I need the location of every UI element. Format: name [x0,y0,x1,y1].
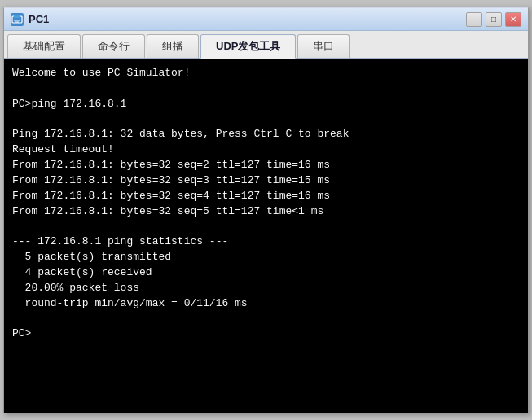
maximize-button[interactable]: □ [486,12,502,27]
window-icon [11,13,24,26]
terminal-area[interactable]: Welcome to use PC Simulator! PC>ping 172… [4,59,528,413]
tab-udp[interactable]: UDP发包工具 [200,34,296,59]
tab-basics[interactable]: 基础配置 [7,34,81,58]
svg-rect-1 [14,15,20,18]
tab-bar: 基础配置 命令行 组播 UDP发包工具 串口 [4,31,528,59]
tab-command[interactable]: 命令行 [82,34,145,58]
title-bar: PC1 — □ ✕ [4,8,528,31]
terminal-output: Welcome to use PC Simulator! PC>ping 172… [12,66,520,342]
main-window: PC1 — □ ✕ 基础配置 命令行 组播 UDP发包工具 串口 Welcome… [3,7,529,413]
minimize-button[interactable]: — [466,12,482,27]
title-buttons: — □ ✕ [466,12,521,27]
window-title: PC1 [29,13,466,25]
tab-multicast[interactable]: 组播 [147,34,199,58]
close-button[interactable]: ✕ [505,12,521,27]
tab-serial[interactable]: 串口 [297,34,350,58]
